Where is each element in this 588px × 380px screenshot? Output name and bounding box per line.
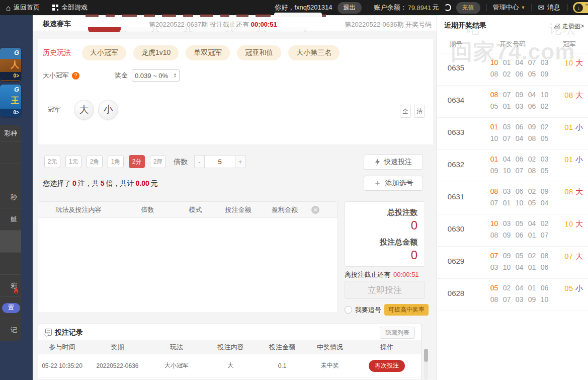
result-number: 10	[490, 58, 498, 66]
all-games-button[interactable]: 全部游戏	[46, 0, 94, 15]
result-number: 01	[490, 123, 498, 131]
rebet-button[interactable]: 再次投注	[369, 360, 405, 372]
last-issue-result-label: 第20220522-0636期 开奖号码	[345, 20, 432, 29]
play-tab[interactable]: 大小冠军	[82, 45, 126, 60]
play-tab[interactable]: 龙虎1v10	[133, 45, 179, 60]
bonus-select[interactable]: 0.039 ~ 0% ▲▼	[132, 69, 180, 82]
game-tab-stub[interactable]	[231, 27, 260, 32]
greeting-text: 你好，fxnq5201314	[270, 3, 337, 12]
denomination-button[interactable]: 1角	[108, 155, 124, 168]
bet-list-column: 模式	[177, 205, 214, 214]
multiplier-plus-button[interactable]: +	[235, 155, 245, 168]
denomination-button[interactable]: 2元	[44, 155, 60, 168]
result-numbers-line1: 0103060902	[490, 123, 549, 131]
result-champion: 01 小	[564, 155, 583, 165]
champion-number: 07	[564, 252, 573, 261]
bet-list-column: 盈利金额	[262, 205, 307, 214]
result-row: 0633 0103060902 1007040805 01 小	[437, 118, 588, 150]
result-number: 07	[502, 295, 511, 303]
result-number: 04	[528, 219, 536, 227]
bet-records-body: 05-22 10:35:20 20220522-0636 大小冠军 大 0.1 …	[38, 354, 421, 377]
select-all-button[interactable]: 全	[400, 105, 411, 118]
submit-bet-button[interactable]: 立即投注	[345, 281, 425, 299]
promo-banner-1[interactable]: G 人 0>	[0, 48, 21, 81]
scrollbar-thumb[interactable]	[424, 349, 428, 362]
sidebar-item[interactable]: 置	[0, 297, 21, 319]
trend-chart-link[interactable]: 走势图>	[554, 22, 584, 31]
sidebar-item[interactable]	[0, 142, 21, 164]
clear-button[interactable]: 清	[414, 105, 425, 118]
result-number: 03	[515, 102, 524, 110]
help-icon[interactable]: ?	[72, 72, 79, 80]
refresh-balance-icon[interactable]	[444, 4, 451, 11]
sidebar-item[interactable]: 艇	[0, 208, 21, 231]
result-number: 05	[528, 199, 536, 207]
champion-number: 05	[564, 284, 573, 293]
game-tab-stub[interactable]	[189, 27, 228, 32]
result-row: 0631 0803060209 0701100504 08 大	[437, 182, 588, 214]
result-numbers-line2: 0809060107	[490, 231, 549, 239]
result-number: 03	[540, 155, 549, 163]
denomination-button[interactable]: 1元	[65, 155, 81, 168]
scrollbar-track[interactable]	[424, 349, 428, 380]
game-tab-stub[interactable]	[264, 27, 306, 32]
sidebar-item[interactable]	[0, 164, 21, 186]
option-big-button[interactable]: 大	[74, 100, 94, 120]
quick-bet-button[interactable]: 快速投注	[364, 155, 423, 170]
sidebar-item[interactable]: 记	[0, 319, 21, 341]
result-number: 08	[490, 231, 498, 239]
balance-unit: 元	[433, 3, 439, 12]
sidebar-item-label: 艇	[11, 215, 17, 224]
denomination-button[interactable]: 2角	[87, 155, 103, 168]
logout-button[interactable]: 退出	[338, 2, 362, 14]
result-number: 10	[502, 263, 511, 271]
total-amount-label: 投注总金额	[352, 238, 417, 247]
recharge-button[interactable]: 充值	[456, 2, 480, 14]
play-tab[interactable]: 单双冠军	[186, 45, 230, 60]
denomination-button[interactable]: 2厘	[150, 155, 166, 168]
promo-banner-2[interactable]: G 王 0>	[0, 85, 21, 117]
result-numbers-line2: 0802060509	[490, 70, 549, 78]
sidebar-item[interactable]	[0, 231, 21, 253]
results-title: 近期开奖结果	[444, 21, 486, 30]
sidebar-pill-item[interactable]: 置	[2, 303, 20, 313]
sidebar-item[interactable]	[0, 253, 21, 275]
multiplier-minus-button[interactable]: -	[194, 155, 205, 168]
plus-icon: ＋	[374, 178, 382, 189]
sidebar-item[interactable]: 彩	[0, 275, 21, 297]
game-tab-stub[interactable]	[156, 27, 187, 32]
col-champion: 冠军	[550, 40, 588, 49]
champion-number: 01	[564, 123, 573, 132]
col-issue: 期号	[437, 40, 475, 49]
back-home-button[interactable]: ⌂ 返回首页	[0, 0, 46, 15]
grid-icon	[52, 5, 58, 11]
history-plays-link[interactable]: 历史玩法	[43, 48, 71, 57]
hidden-nav-active-tab	[274, 13, 322, 17]
denomination-button[interactable]: 2分	[129, 155, 145, 168]
admin-center-menu[interactable]: 管理中心	[493, 3, 519, 12]
pick-summary: 您选择了0注，共5倍，共计0.00元	[43, 179, 158, 188]
game-tab-stub-active[interactable]	[88, 27, 121, 32]
result-number: 01	[528, 263, 536, 271]
result-number: 04	[515, 284, 524, 292]
chase-checkbox[interactable]	[345, 306, 352, 314]
play-tab[interactable]: 大小第三名	[288, 45, 340, 60]
bet-list-column: 倍数	[119, 205, 177, 214]
sidebar-item[interactable]: 秒	[0, 186, 21, 208]
result-numbers-line2: 1007040805	[490, 134, 549, 142]
multiplier-input[interactable]	[205, 155, 235, 168]
sidebar-item[interactable]: 彩种	[0, 125, 21, 142]
download-app-button[interactable]: ↓ 下	[573, 2, 588, 13]
play-tab[interactable]: 冠亚和值	[237, 45, 281, 60]
bet-records-card: 投注记录 隐藏列表 参与时间奖期玩法投注内容投注金额中奖情况操作 05-22 1…	[38, 324, 422, 380]
add-numbers-button[interactable]: ＋ 添加选号	[364, 176, 423, 191]
close-icon[interactable]: ✕	[311, 206, 319, 214]
option-small-button[interactable]: 小	[98, 100, 118, 120]
sidebar-item-label: 秒	[11, 193, 17, 202]
game-tab-stub[interactable]	[124, 27, 154, 32]
flame-icon	[13, 287, 19, 294]
messages-button[interactable]: 消息	[544, 3, 567, 12]
result-issue: 0635	[437, 63, 475, 72]
result-champion: 05 小	[564, 284, 583, 293]
hide-list-button[interactable]: 隐藏列表	[380, 327, 415, 339]
